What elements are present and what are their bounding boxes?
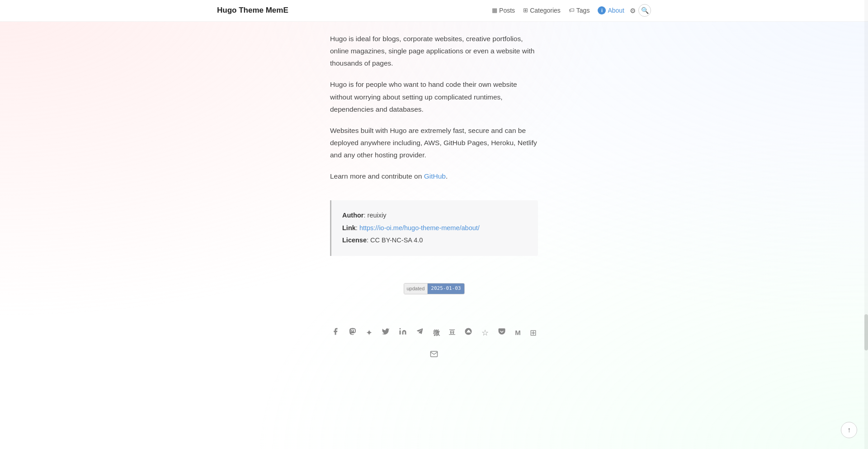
link-row: Link: https://io-oi.me/hugo-theme-meme/a… xyxy=(342,222,527,235)
categories-icon: ⊞ xyxy=(523,5,528,15)
weibo-icon[interactable]: 微 xyxy=(433,327,440,339)
site-header: Hugo Theme MemE ▦ Posts ⊞ Categories 🏷 T… xyxy=(0,0,868,22)
tags-icon: 🏷 xyxy=(569,5,575,15)
linkedin-icon[interactable] xyxy=(399,326,407,340)
facebook-icon[interactable] xyxy=(331,326,340,340)
award-icon[interactable]: ✦ xyxy=(366,326,373,340)
link-colon: : xyxy=(356,224,359,232)
site-title[interactable]: Hugo Theme MemE xyxy=(217,4,288,17)
medium-icon[interactable]: M xyxy=(515,327,521,339)
updated-date: 2025-01-03 xyxy=(428,284,464,294)
twitter-icon[interactable] xyxy=(382,326,390,340)
nav-posts[interactable]: ▦ Posts xyxy=(489,4,518,18)
author-label: Author xyxy=(342,212,364,219)
nav-tags-label: Tags xyxy=(576,5,590,16)
search-icon[interactable]: 🔍 xyxy=(638,4,651,17)
nav-about-label: About xyxy=(608,5,624,16)
email-icon[interactable] xyxy=(430,349,438,363)
paragraph-1: Hugo is ideal for blogs, corporate websi… xyxy=(330,33,538,69)
snapchat-icon[interactable] xyxy=(464,326,472,340)
paragraph-3: Websites built with Hugo are extremely f… xyxy=(330,124,538,161)
nav-posts-label: Posts xyxy=(499,5,515,16)
main-nav: ▦ Posts ⊞ Categories 🏷 Tags i About ⚙ 🔍 xyxy=(489,4,651,18)
scroll-top-icon: ↑ xyxy=(847,424,851,436)
github-link[interactable]: GitHub xyxy=(424,172,446,180)
license-colon: : xyxy=(367,236,370,244)
info-card: Author: reuixiy Link: https://io-oi.me/h… xyxy=(330,200,538,256)
info-card-link[interactable]: https://io-oi.me/hugo-theme-meme/about/ xyxy=(359,224,480,232)
paragraph-4: Learn more and contribute on GitHub. xyxy=(330,170,538,182)
paragraph-2: Hugo is for people who want to hand code… xyxy=(330,78,538,115)
nav-tags[interactable]: 🏷 Tags xyxy=(566,4,593,18)
author-value: reuixiy xyxy=(368,212,387,219)
telegram-icon[interactable] xyxy=(416,326,424,340)
posts-icon: ▦ xyxy=(492,5,497,15)
about-icon: i xyxy=(598,6,606,14)
link-label: Link xyxy=(342,224,356,232)
settings-icon[interactable]: ⚙ xyxy=(630,5,636,17)
main-content: Hugo is ideal for blogs, corporate websi… xyxy=(0,0,868,399)
author-row: Author: reuixiy xyxy=(342,209,527,222)
grid-icon[interactable]: ⊞ xyxy=(530,326,537,340)
douban-icon[interactable]: 豆 xyxy=(449,327,455,338)
social-icons-row: ✦ 微 豆 ☆ M ⊞ xyxy=(330,326,538,363)
svg-point-0 xyxy=(400,328,401,329)
nav-categories[interactable]: ⊞ Categories xyxy=(520,4,563,18)
license-row: License: CC BY-NC-SA 4.0 xyxy=(342,234,527,247)
updated-label: updated xyxy=(404,284,428,294)
updated-badge: updated 2025-01-03 xyxy=(404,283,465,294)
nav-categories-label: Categories xyxy=(530,5,561,16)
nav-about[interactable]: i About xyxy=(595,4,627,18)
paragraph-4-prefix: Learn more and contribute on xyxy=(330,172,424,180)
license-label: License xyxy=(342,236,367,244)
star-icon[interactable]: ☆ xyxy=(481,326,489,340)
scroll-to-top-button[interactable]: ↑ xyxy=(841,422,857,438)
updated-section: updated 2025-01-03 xyxy=(330,283,538,294)
scrollbar-track[interactable] xyxy=(864,0,868,449)
paragraph-4-suffix: . xyxy=(446,172,448,180)
scrollbar-thumb[interactable] xyxy=(864,314,868,350)
license-value: CC BY-NC-SA 4.0 xyxy=(370,236,423,244)
author-colon: : xyxy=(364,212,368,219)
pocket-icon[interactable] xyxy=(498,326,506,340)
mastodon-icon[interactable] xyxy=(349,326,357,340)
